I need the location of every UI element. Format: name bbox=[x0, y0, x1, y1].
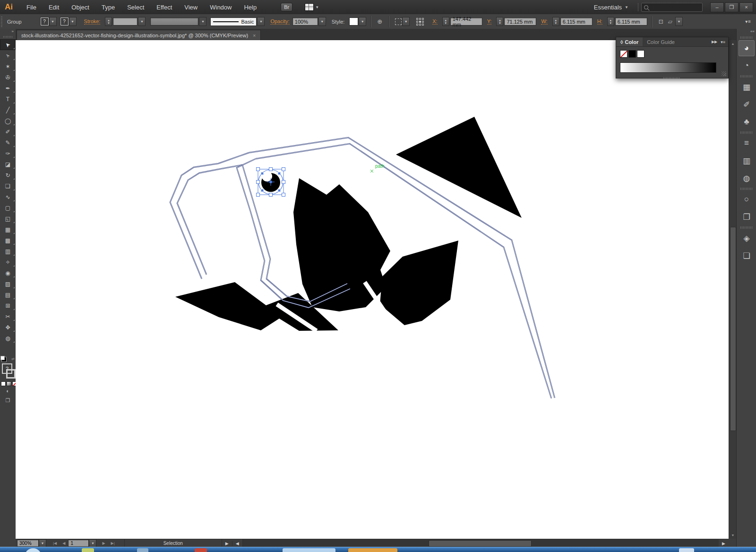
tool-free-transform[interactable]: ▢ bbox=[0, 202, 16, 213]
artboard-dropdown[interactable]: ▼ bbox=[89, 539, 96, 547]
menu-type[interactable]: Type bbox=[95, 4, 121, 11]
tool-zoom[interactable]: ◍ bbox=[0, 333, 16, 344]
dock-color-guide[interactable]: ◔ bbox=[739, 58, 755, 74]
active-window-button[interactable] bbox=[348, 548, 397, 552]
selection-handle-1[interactable] bbox=[257, 168, 260, 171]
dock-layers[interactable]: ◈ bbox=[739, 230, 755, 246]
tool-width[interactable]: ∿ bbox=[0, 191, 16, 202]
stroke-weight-dropdown[interactable]: ▼ bbox=[138, 17, 146, 26]
artwork-tail-fin-shape[interactable] bbox=[380, 241, 458, 325]
scroll-right-icon[interactable]: ▶ bbox=[719, 541, 729, 546]
transform-icon[interactable]: ⊡ bbox=[659, 18, 663, 25]
tool-eyedropper[interactable]: ✧ bbox=[0, 257, 16, 267]
open-window-button[interactable] bbox=[283, 548, 335, 552]
tool-pen[interactable]: ✒ bbox=[0, 83, 16, 94]
artwork-svg[interactable]: path bbox=[16, 40, 729, 539]
vertical-scroll-thumb[interactable] bbox=[730, 227, 736, 431]
menu-object[interactable]: Object bbox=[65, 4, 95, 11]
dock-stroke[interactable]: ≡ bbox=[739, 135, 755, 151]
selection-handle-8[interactable] bbox=[282, 193, 285, 197]
screen-mode-icon[interactable]: ❐ bbox=[0, 397, 16, 404]
stroke-weight-field[interactable] bbox=[113, 17, 137, 26]
pinned-app-1[interactable] bbox=[82, 548, 94, 552]
selection-handle-7[interactable] bbox=[269, 193, 273, 197]
opacity-link[interactable]: Opacity: bbox=[270, 18, 289, 25]
collapse-dock-icon[interactable]: «« bbox=[737, 29, 756, 35]
tool-symbol-sprayer[interactable]: ▨ bbox=[0, 278, 16, 289]
swap-fill-stroke-icon[interactable]: ⇄ bbox=[11, 357, 15, 361]
tool-gradient[interactable]: ▥ bbox=[0, 246, 16, 257]
pinned-app-3[interactable] bbox=[195, 548, 207, 552]
dock-graphic-styles[interactable]: ❐ bbox=[739, 209, 755, 225]
graphic-style-swatch[interactable] bbox=[349, 17, 358, 26]
tool-rotate[interactable]: ↻ bbox=[0, 170, 16, 181]
isolate-selected-object-icon[interactable] bbox=[395, 18, 402, 25]
stroke-link[interactable]: Stroke: bbox=[84, 18, 101, 25]
menu-effect[interactable]: Effect bbox=[150, 4, 178, 11]
tool-direct-selection[interactable]: ➢ bbox=[0, 50, 16, 61]
dock-brushes[interactable]: ✐ bbox=[739, 96, 755, 112]
stroke-color-swatch[interactable]: ? bbox=[60, 17, 69, 26]
grayscale-spectrum-ramp[interactable] bbox=[620, 62, 716, 73]
tool-blob-brush[interactable]: ✑ bbox=[0, 148, 16, 159]
shear-icon[interactable]: ▱ bbox=[668, 18, 672, 25]
horizontal-scrollbar[interactable] bbox=[242, 539, 719, 547]
tool-mesh[interactable]: ▩ bbox=[0, 235, 16, 246]
first-artboard-icon[interactable]: |◀ bbox=[50, 541, 60, 545]
last-artboard-icon[interactable]: ▶| bbox=[108, 541, 118, 545]
anchor-point-7[interactable] bbox=[261, 189, 263, 191]
tool-ellipse[interactable]: ◯ bbox=[0, 115, 16, 126]
start-orb[interactable] bbox=[25, 548, 42, 552]
selection-handle-2[interactable] bbox=[269, 168, 273, 171]
restore-button[interactable]: ❐ bbox=[725, 2, 739, 12]
canvas[interactable]: path bbox=[16, 40, 729, 539]
anchor-point-8[interactable] bbox=[278, 189, 280, 191]
tool-slice[interactable]: ✂ bbox=[0, 311, 16, 322]
search-input[interactable] bbox=[641, 3, 703, 12]
value-field-x[interactable]: 147.442 mm bbox=[450, 17, 482, 26]
panel-menu-icon[interactable]: ▾≡ bbox=[745, 19, 751, 24]
opacity-field[interactable]: 100% bbox=[292, 17, 318, 26]
shear-dropdown[interactable]: ▼ bbox=[675, 17, 683, 26]
default-fill-stroke-icon[interactable] bbox=[1, 357, 7, 362]
stroke-dropdown-button[interactable]: ▼ bbox=[69, 17, 77, 26]
tool-artboard[interactable]: ⊞ bbox=[0, 300, 16, 311]
gradient-button[interactable] bbox=[7, 381, 11, 386]
white-swatch[interactable] bbox=[637, 50, 644, 58]
menu-select[interactable]: Select bbox=[121, 4, 150, 11]
value-field-y[interactable]: 71.125 mm bbox=[504, 17, 536, 26]
close-icon[interactable]: × bbox=[253, 33, 256, 38]
reference-point-locator[interactable] bbox=[416, 18, 424, 26]
document-tab[interactable]: stock-illustration-42521652-vector-fishi… bbox=[17, 30, 261, 40]
stepper-h[interactable]: ▲▼ bbox=[607, 17, 614, 26]
document-setup-icon[interactable]: ⊕ bbox=[377, 18, 382, 25]
tray-item[interactable] bbox=[679, 548, 694, 552]
scroll-up-icon[interactable]: ▲ bbox=[729, 40, 737, 47]
stepper-x[interactable]: ▲▼ bbox=[442, 17, 449, 26]
menu-help[interactable]: Help bbox=[238, 4, 263, 11]
stroke-indicator[interactable] bbox=[6, 369, 16, 379]
tab-color-guide[interactable]: Color Guide bbox=[643, 37, 679, 46]
dock-color[interactable]: ◕ bbox=[739, 40, 755, 56]
tool-lasso[interactable]: ✇ bbox=[0, 72, 16, 83]
minimize-button[interactable]: – bbox=[710, 2, 724, 12]
fill-color-swatch[interactable]: ? bbox=[41, 17, 49, 26]
tool-blend[interactable]: ◉ bbox=[0, 267, 16, 278]
dock-artboards[interactable]: ❏ bbox=[739, 248, 755, 264]
bridge-button[interactable]: Br bbox=[281, 3, 292, 11]
opacity-dropdown[interactable]: ▼ bbox=[318, 17, 326, 26]
tool-eraser[interactable]: ◪ bbox=[0, 159, 16, 170]
pinned-app-2[interactable] bbox=[137, 548, 148, 552]
menu-file[interactable]: File bbox=[20, 4, 43, 11]
selection-handle-6[interactable] bbox=[257, 193, 260, 197]
menu-window[interactable]: Window bbox=[204, 4, 238, 11]
artwork-fin-triangle[interactable] bbox=[396, 117, 522, 218]
tool-paintbrush[interactable]: ✐ bbox=[0, 126, 16, 137]
fill-dropdown-button[interactable]: ▼ bbox=[49, 17, 57, 26]
status-expand-icon[interactable]: ▶ bbox=[222, 541, 232, 546]
menu-edit[interactable]: Edit bbox=[43, 4, 65, 11]
selection-handle-3[interactable] bbox=[282, 168, 285, 171]
scroll-down-icon[interactable]: ▼ bbox=[729, 532, 737, 538]
value-field-h[interactable]: 6.115 mm bbox=[615, 17, 647, 26]
anchor-point-5[interactable] bbox=[261, 172, 263, 174]
